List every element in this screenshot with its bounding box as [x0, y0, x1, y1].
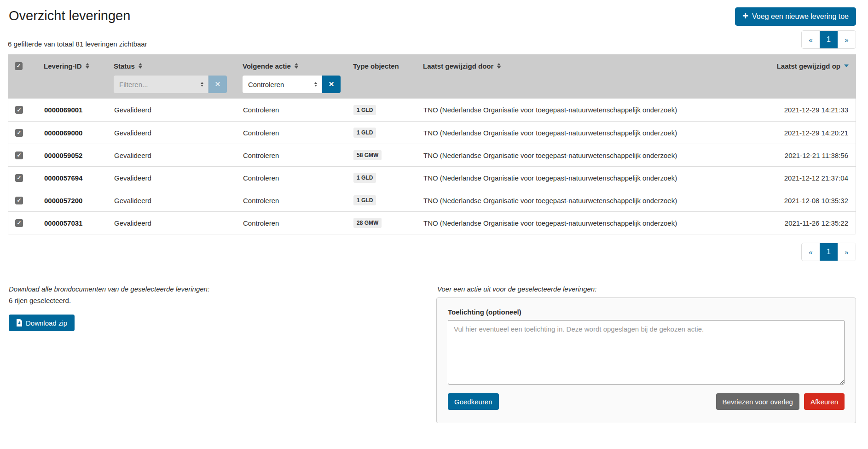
levering-id-cell: 0000057694: [37, 174, 107, 182]
type-objecten-badge: 1 GLD: [353, 195, 376, 205]
type-objecten-badge: 1 GLD: [353, 128, 376, 138]
column-header-gewijzigd-door[interactable]: Laatst gewijzigd door: [416, 62, 762, 70]
status-cell: Gevalideerd: [107, 219, 236, 227]
download-heading: Download alle brondocumenten van de gese…: [9, 285, 209, 293]
chevrons-left-icon: «: [809, 36, 812, 44]
gewijzigd-op-cell: 2021-12-21 11:38:56: [761, 152, 856, 159]
action-panel: Toelichting (optioneel) Goedkeuren Bevri…: [436, 297, 856, 423]
selected-rows-info: 6 rijen geselecteerd.: [9, 297, 209, 304]
clear-filter-icon: ✕: [329, 80, 335, 88]
row-checkbox[interactable]: ✓: [15, 174, 23, 182]
gewijzigd-door-cell: TNO (Nederlandse Organisatie voor toegep…: [416, 152, 761, 159]
volgende-actie-cell: Controleren: [236, 129, 346, 137]
pagination-next-button[interactable]: »: [838, 243, 856, 261]
levering-id-cell: 0000057200: [37, 197, 107, 204]
status-filter: Filteren... ✕: [114, 76, 227, 93]
check-icon: ✓: [17, 198, 21, 203]
volgende-actie-filter-select[interactable]: Controleren: [243, 76, 322, 93]
sort-icon: [295, 63, 298, 69]
type-objecten-badge: 1 GLD: [353, 105, 376, 115]
gewijzigd-door-cell: TNO (Nederlandse Organisatie voor toegep…: [416, 129, 761, 137]
download-section: Download alle brondocumenten van de gese…: [9, 285, 209, 331]
toelichting-textarea[interactable]: [448, 320, 845, 385]
toelichting-label: Toelichting (optioneel): [448, 308, 845, 316]
download-zip-button[interactable]: Download zip: [9, 315, 75, 331]
bottom-section: Download alle brondocumenten van de gese…: [0, 261, 868, 423]
header-label-row: ✓ Levering-ID Status Volgende actie Type…: [8, 54, 856, 75]
table-row[interactable]: ✓ 0000059052 Gevalideerd Controleren 58 …: [8, 144, 856, 166]
table-row[interactable]: ✓ 0000057694 Gevalideerd Controleren 1 G…: [8, 166, 856, 189]
type-objecten-badge: 1 GLD: [353, 173, 376, 183]
afkeuren-button[interactable]: Afkeuren: [804, 393, 845, 410]
select-arrows-icon: [314, 82, 317, 87]
action-heading: Voer een actie uit voor de geselecteerde…: [437, 285, 856, 293]
check-icon: ✓: [17, 220, 21, 226]
gewijzigd-op-cell: 2021-12-08 10:35:32: [761, 197, 856, 204]
table-body: ✓ 0000069001 Gevalideerd Controleren 1 G…: [8, 99, 856, 234]
header-filter-row: Filteren... ✕ Controleren: [8, 75, 856, 99]
chevrons-left-icon: «: [809, 248, 812, 256]
status-cell: Gevalideerd: [107, 174, 236, 182]
sort-icon: [86, 63, 89, 69]
download-icon: [16, 319, 23, 327]
pagination-page-button[interactable]: 1: [820, 31, 838, 48]
sort-desc-icon: [844, 64, 849, 67]
row-checkbox[interactable]: ✓: [15, 219, 23, 227]
bevriezen-button[interactable]: Bevriezen voor overleg: [716, 393, 799, 410]
status-filter-select[interactable]: Filteren...: [114, 76, 208, 93]
table-row[interactable]: ✓ 0000069000 Gevalideerd Controleren 1 G…: [8, 121, 856, 144]
row-checkbox[interactable]: ✓: [15, 152, 23, 159]
topbar: Overzicht leveringen + Voeg een nieuwe l…: [0, 0, 868, 26]
plus-icon: +: [742, 11, 748, 21]
pagination-prev-button[interactable]: «: [802, 243, 820, 261]
filter-summary: 6 gefilterde van totaal 81 leveringen zi…: [8, 40, 147, 49]
row-checkbox[interactable]: ✓: [15, 197, 23, 204]
check-icon: ✓: [17, 175, 21, 181]
add-levering-button[interactable]: + Voeg een nieuwe levering toe: [735, 7, 856, 26]
column-header-volgende-actie[interactable]: Volgende actie: [235, 62, 346, 70]
action-buttons: Goedkeuren Bevriezen voor overleg Afkeur…: [448, 393, 845, 410]
sort-icon: [139, 63, 142, 69]
status-cell: Gevalideerd: [107, 106, 236, 114]
pagination-next-button[interactable]: »: [838, 31, 856, 48]
page-title: Overzicht leveringen: [9, 8, 130, 23]
gewijzigd-op-cell: 2021-12-29 14:21:33: [761, 106, 856, 114]
status-filter-placeholder: Filteren...: [119, 81, 148, 88]
column-header-gewijzigd-op[interactable]: Laatst gewijzigd op: [762, 62, 856, 70]
table-row[interactable]: ✓ 0000057031 Gevalideerd Controleren 28 …: [8, 211, 856, 234]
chevrons-right-icon: »: [845, 36, 848, 44]
gewijzigd-op-cell: 2021-11-26 12:35:22: [761, 219, 856, 227]
status-cell: Gevalideerd: [107, 129, 236, 137]
gewijzigd-door-cell: TNO (Nederlandse Organisatie voor toegep…: [416, 174, 761, 182]
table-row[interactable]: ✓ 0000069001 Gevalideerd Controleren 1 G…: [8, 99, 856, 121]
add-levering-button-label: Voeg een nieuwe levering toe: [752, 12, 849, 21]
select-all-checkbox[interactable]: ✓: [15, 62, 23, 70]
clear-volgende-actie-filter-button[interactable]: ✕: [322, 76, 341, 93]
type-objecten-badge: 28 GMW: [353, 218, 382, 228]
levering-id-cell: 0000069000: [37, 129, 107, 137]
action-section: Voer een actie uit voor de geselecteerde…: [436, 285, 856, 423]
download-zip-label: Download zip: [26, 319, 67, 327]
table-header: ✓ Levering-ID Status Volgende actie Type…: [8, 54, 856, 99]
column-header-type-objecten: Type objecten: [346, 62, 416, 70]
levering-id-cell: 0000059052: [37, 152, 107, 159]
sort-icon: [497, 63, 501, 69]
pagination-prev-button[interactable]: «: [802, 31, 820, 48]
summary-bar: 6 gefilterde van totaal 81 leveringen zi…: [0, 26, 868, 49]
volgende-actie-filter: Controleren ✕: [243, 76, 341, 93]
clear-status-filter-button[interactable]: ✕: [208, 76, 227, 93]
goedkeuren-button[interactable]: Goedkeuren: [448, 393, 499, 410]
column-header-levering-id[interactable]: Levering-ID: [36, 62, 106, 70]
levering-id-cell: 0000057031: [37, 219, 107, 227]
column-header-status[interactable]: Status: [106, 62, 235, 70]
status-cell: Gevalideerd: [107, 152, 236, 159]
type-objecten-badge: 58 GMW: [353, 150, 382, 160]
clear-filter-icon: ✕: [215, 80, 221, 88]
volgende-actie-cell: Controleren: [236, 152, 346, 159]
volgende-actie-cell: Controleren: [236, 219, 346, 227]
pagination-page-button[interactable]: 1: [820, 243, 838, 261]
overzicht-leveringen-page: Overzicht leveringen + Voeg een nieuwe l…: [0, 0, 868, 423]
table-row[interactable]: ✓ 0000057200 Gevalideerd Controleren 1 G…: [8, 189, 856, 211]
row-checkbox[interactable]: ✓: [15, 129, 23, 137]
row-checkbox[interactable]: ✓: [15, 106, 23, 114]
